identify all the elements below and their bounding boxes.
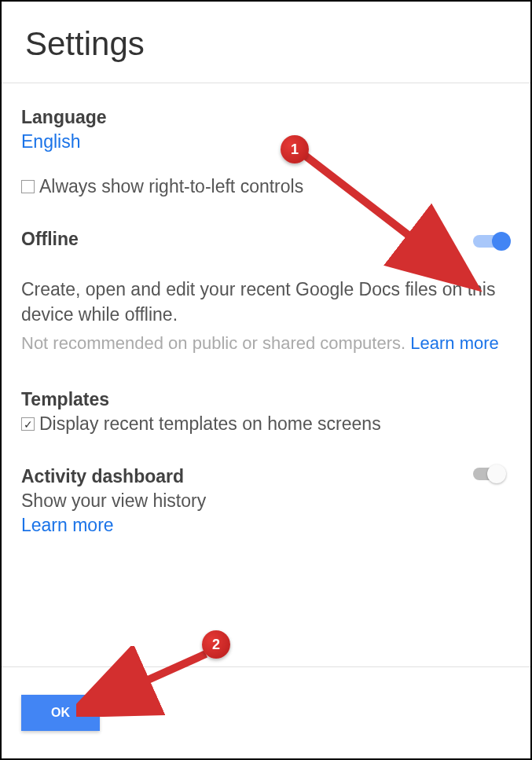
offline-subtext-prefix: Not recommended on public or shared comp…	[21, 333, 410, 353]
templates-checkbox-label: Display recent templates on home screens	[39, 413, 381, 435]
activity-label: Activity dashboard	[21, 466, 473, 487]
page-title: Settings	[25, 25, 507, 63]
language-label: Language	[21, 107, 511, 128]
svg-line-3	[92, 654, 206, 705]
callout-badge-1: 1	[281, 135, 309, 163]
offline-subtext: Not recommended on public or shared comp…	[21, 333, 511, 354]
arrow-1	[296, 143, 485, 292]
templates-checkbox-row: Display recent templates on home screens	[21, 413, 511, 435]
toggle-thumb	[492, 232, 511, 251]
rtl-checkbox[interactable]	[21, 180, 35, 193]
toggle-thumb	[487, 464, 506, 483]
activity-toggle[interactable]	[473, 466, 511, 482]
templates-checkbox[interactable]	[21, 417, 35, 431]
settings-header: Settings	[2, 2, 530, 83]
svg-line-1	[304, 155, 457, 273]
activity-learn-more-link[interactable]: Learn more	[21, 515, 114, 536]
activity-description: Show your view history	[21, 490, 473, 512]
offline-label: Offline	[21, 229, 79, 250]
activity-section: Activity dashboard Show your view histor…	[21, 466, 511, 536]
offline-learn-more-link[interactable]: Learn more	[410, 333, 499, 353]
arrow-2	[76, 646, 218, 717]
templates-section: Templates Display recent templates on ho…	[21, 389, 511, 435]
activity-left: Activity dashboard Show your view histor…	[21, 466, 473, 536]
rtl-checkbox-label: Always show right-to-left controls	[39, 176, 303, 197]
templates-label: Templates	[21, 389, 511, 410]
callout-badge-2: 2	[202, 630, 230, 659]
